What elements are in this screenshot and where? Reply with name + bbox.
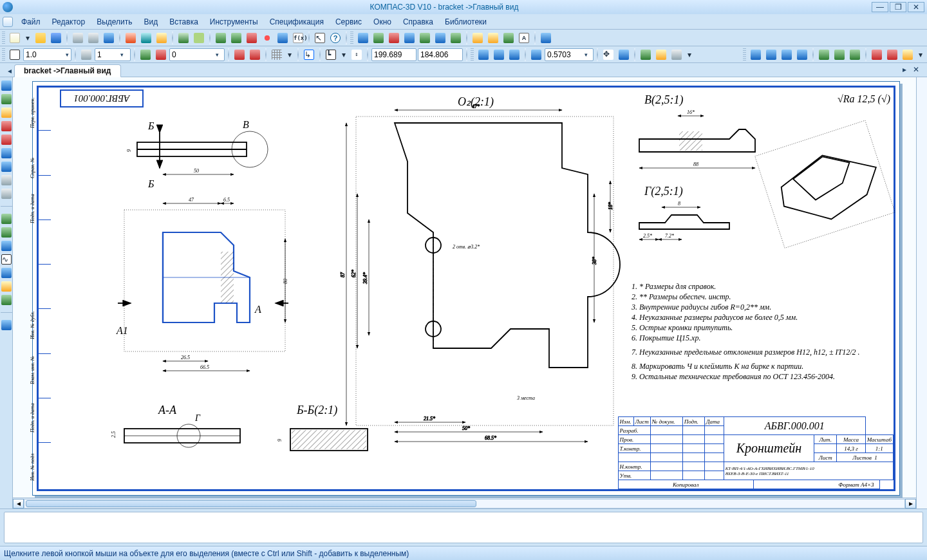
ext3-button[interactable]	[670, 48, 684, 62]
scroll-left-button[interactable]: ◂	[13, 499, 24, 509]
cp-spec-icon[interactable]	[1, 174, 12, 186]
desig-9-button[interactable]	[486, 31, 500, 45]
cut-button[interactable]	[124, 31, 138, 45]
help-button[interactable]: ?	[328, 31, 342, 45]
open-button[interactable]	[33, 31, 48, 45]
scroll-right-button[interactable]: ▸	[905, 499, 916, 509]
r2-button[interactable]	[764, 48, 778, 62]
cp-rect-icon[interactable]	[1, 281, 12, 292]
menu-edit[interactable]: Редактор	[46, 17, 91, 26]
state-input[interactable]	[172, 50, 214, 59]
cp-edit-icon[interactable]	[1, 120, 12, 132]
layer-button[interactable]	[79, 48, 93, 62]
desig-6-button[interactable]	[433, 31, 447, 45]
linestyle-button[interactable]	[8, 48, 22, 62]
lcs-button[interactable]: ↳	[302, 48, 316, 62]
v-scrollbar[interactable]	[916, 77, 927, 509]
r8-button[interactable]	[870, 48, 884, 62]
layer-combo[interactable]: ▾	[95, 48, 131, 61]
r1-button[interactable]	[749, 48, 763, 62]
new-button[interactable]	[8, 31, 22, 45]
linewidth-input[interactable]	[26, 50, 64, 59]
preview-button[interactable]	[86, 31, 100, 45]
ortho-dd[interactable]: ▾	[339, 48, 348, 62]
print-button[interactable]	[71, 31, 85, 45]
cp-designations-icon[interactable]	[1, 107, 12, 118]
linewidth-combo[interactable]: ▾	[23, 48, 71, 61]
menu-window[interactable]: Окно	[368, 17, 397, 26]
zoomin-button[interactable]	[492, 48, 506, 62]
coord-y[interactable]	[418, 48, 463, 61]
r3-button[interactable]	[780, 48, 794, 62]
menu-view[interactable]: Вид	[138, 17, 164, 26]
desig-2-button[interactable]	[371, 31, 386, 45]
desig-11-button[interactable]: А	[517, 31, 531, 45]
copy-button[interactable]	[139, 31, 153, 45]
menu-tools[interactable]: Инструменты	[204, 17, 264, 26]
prop2-button[interactable]	[229, 31, 243, 45]
grid-dropdown[interactable]: ▾	[285, 48, 294, 62]
menu-spec[interactable]: Спецификация	[264, 17, 330, 26]
cp-a-icon[interactable]	[1, 319, 12, 331]
close-button[interactable]: ✕	[908, 2, 924, 12]
cp-param-icon[interactable]	[1, 134, 12, 145]
save-button[interactable]	[49, 31, 63, 45]
desig-8-button[interactable]	[471, 31, 485, 45]
desig-1-button[interactable]	[356, 31, 370, 45]
redo-button[interactable]	[192, 31, 206, 45]
coord-y-input[interactable]	[420, 50, 459, 59]
ext3-dd[interactable]: ▾	[685, 48, 694, 62]
minimize-button[interactable]: —	[872, 2, 888, 12]
zoom-button[interactable]	[529, 48, 543, 62]
tab-close[interactable]: ✕	[913, 65, 919, 74]
grid-button[interactable]	[270, 48, 284, 62]
cp-point-icon[interactable]	[1, 213, 12, 225]
r10-dd[interactable]: ▾	[916, 48, 925, 62]
cp-spline-icon[interactable]	[1, 294, 12, 306]
state-button[interactable]	[138, 48, 153, 62]
zoomrect-button[interactable]	[617, 48, 631, 62]
menu-insert[interactable]: Вставка	[164, 17, 204, 26]
magnet1-button[interactable]	[232, 48, 247, 62]
cp-line-icon[interactable]	[1, 227, 12, 238]
cp-dimensions-icon[interactable]	[1, 93, 12, 105]
fx-button[interactable]: f(x)	[291, 31, 305, 45]
scroll-thumb[interactable]	[26, 500, 476, 507]
r10-button[interactable]	[901, 48, 915, 62]
menu-libs[interactable]: Библиотеки	[439, 17, 492, 26]
round-button[interactable]: ↕	[350, 48, 364, 62]
r9-button[interactable]	[885, 48, 899, 62]
cp-measure-icon[interactable]	[1, 147, 12, 159]
desig-7-button[interactable]	[449, 31, 463, 45]
tab-prev[interactable]: ◂	[5, 65, 14, 77]
r4-button[interactable]	[795, 48, 809, 62]
r7-button[interactable]	[848, 48, 862, 62]
tab-next[interactable]: ▸	[903, 65, 906, 74]
r5-button[interactable]	[817, 48, 831, 62]
menu-file[interactable]: Файл	[15, 17, 46, 26]
desig-12-button[interactable]	[539, 31, 553, 45]
menu-select[interactable]: Выделить	[91, 17, 138, 26]
cp-vtext-icon[interactable]: ∿	[1, 254, 12, 265]
desig-10-button[interactable]	[501, 31, 516, 45]
state2-button[interactable]	[154, 48, 168, 62]
undo-button[interactable]	[176, 31, 191, 45]
desig-3-button[interactable]	[387, 31, 401, 45]
var-button[interactable]	[276, 31, 290, 45]
plot-button[interactable]	[102, 31, 116, 45]
fit-button[interactable]	[476, 48, 491, 62]
h-scrollbar[interactable]: ◂ ▸	[13, 498, 916, 509]
r6-button[interactable]	[832, 48, 847, 62]
toolbar-grip-3[interactable]	[2, 48, 5, 61]
ortho-button[interactable]: ┗	[324, 48, 338, 62]
zoom-input[interactable]	[547, 50, 583, 59]
new-dropdown[interactable]: ▾	[23, 31, 32, 45]
zoomout-button[interactable]	[507, 48, 521, 62]
toolbar-grip-right[interactable]	[743, 48, 746, 61]
toolbar-grip[interactable]	[2, 32, 5, 44]
cp-geometry-icon[interactable]	[1, 80, 12, 91]
paste-button[interactable]	[154, 31, 169, 45]
drawing-canvas[interactable]: Инв. № подл Подп. и дата Взам. инв. № Ин…	[13, 77, 916, 498]
zoom-combo[interactable]: ▾	[545, 48, 594, 61]
cp-arc-icon[interactable]	[1, 267, 12, 279]
